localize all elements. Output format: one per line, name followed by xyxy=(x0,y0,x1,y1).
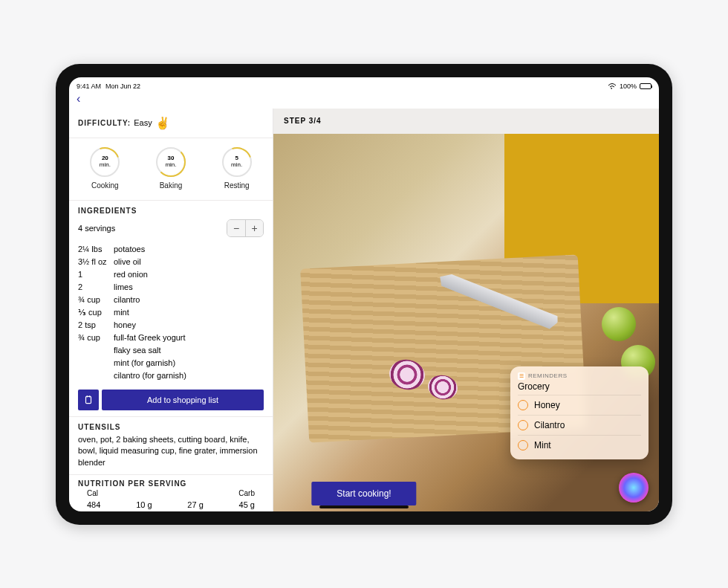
ingredient-row: 2¼ lbspotatoes xyxy=(78,243,264,256)
ingredient-qty xyxy=(78,369,114,382)
ingredient-name: limes xyxy=(114,281,133,294)
nutrition-v1: 10 g xyxy=(136,500,152,509)
step-photo: ☰ REMINDERS Grocery HoneyCilantroMint xyxy=(273,134,659,511)
ingredient-name: mint xyxy=(114,306,129,319)
timer-label: Baking xyxy=(141,181,201,190)
ingredient-row: ⅓ cupmint xyxy=(78,306,264,319)
ingredient-row: flaky sea salt xyxy=(78,344,264,357)
status-bar: 9:41 AM Mon Jun 22 100% xyxy=(69,77,659,92)
ingredient-row: mint (for garnish) xyxy=(78,357,264,369)
ingredients-title: INGREDIENTS xyxy=(78,207,264,215)
servings-plus-button[interactable]: + xyxy=(245,220,263,236)
ingredient-name: mint (for garnish) xyxy=(114,357,175,369)
ingredient-qty: 2¼ lbs xyxy=(78,243,114,256)
svg-rect-0 xyxy=(86,396,91,403)
timer-unit: min. xyxy=(231,161,242,168)
ingredient-name: cilantro (for garnish) xyxy=(114,369,186,382)
back-button[interactable]: ‹ xyxy=(77,92,80,105)
siri-button[interactable] xyxy=(619,473,649,503)
ingredient-qty: ⅓ cup xyxy=(78,306,114,319)
reminder-circle-icon[interactable] xyxy=(518,400,528,410)
ingredient-name: red onion xyxy=(114,268,148,281)
shopping-list-icon[interactable] xyxy=(78,390,99,410)
recipe-sidebar: DIFFICULTY: Easy ✌️ 20min. Cooking 30min… xyxy=(69,109,273,511)
timer-unit: min. xyxy=(100,161,111,168)
ingredient-qty: ¾ cup xyxy=(78,294,114,306)
utensils-title: UTENSILS xyxy=(78,423,264,431)
timer-label: Resting xyxy=(207,181,267,190)
ingredient-row: 2limes xyxy=(78,281,264,294)
nutrition-section: NUTRITION PER SERVING Cal Carb 484 10 g … xyxy=(69,475,273,511)
timer-label: Cooking xyxy=(75,181,134,190)
difficulty-value: Easy xyxy=(134,118,152,127)
reminder-item[interactable]: Cilantro xyxy=(518,415,641,435)
utensils-text: oven, pot, 2 baking sheets, cutting boar… xyxy=(78,431,264,468)
status-time: 9:41 AM xyxy=(77,83,101,90)
utensils-section: UTENSILS oven, pot, 2 baking sheets, cut… xyxy=(69,417,273,475)
nav-bar: ‹ xyxy=(69,92,659,109)
reminders-widget[interactable]: ☰ REMINDERS Grocery HoneyCilantroMint xyxy=(510,366,649,459)
step-label: STEP 3/4 xyxy=(284,117,322,125)
reminder-item[interactable]: Mint xyxy=(518,435,641,455)
timer-resting: 5min. Resting xyxy=(207,147,267,190)
reminder-text: Honey xyxy=(534,400,560,410)
ingredient-qty: ¾ cup xyxy=(78,332,114,344)
add-to-shopping-list-button[interactable]: Add to shopping list xyxy=(102,390,264,410)
timer-baking: 30min. Baking xyxy=(141,147,201,190)
ingredient-qty: 2 xyxy=(78,281,114,294)
ingredient-name: full-fat Greek yogurt xyxy=(114,332,186,344)
nutrition-col-carb: Carb xyxy=(238,489,255,497)
servings-minus-button[interactable]: − xyxy=(227,220,245,236)
screen: 9:41 AM Mon Jun 22 100% ‹ DIFFICULTY: Ea… xyxy=(69,77,659,511)
home-indicator[interactable] xyxy=(319,505,409,508)
ingredient-name: flaky sea salt xyxy=(114,344,161,357)
ingredient-qty xyxy=(78,357,114,369)
ingredient-qty xyxy=(78,344,114,357)
ingredient-name: olive oil xyxy=(114,256,141,268)
reminder-text: Cilantro xyxy=(534,420,565,430)
reminder-text: Mint xyxy=(534,440,551,450)
reminder-item[interactable]: Honey xyxy=(518,395,641,415)
timers-row: 20min. Cooking 30min. Baking 5min. Resti… xyxy=(69,138,273,201)
step-indicator: STEP 3/4 xyxy=(273,109,659,134)
ingredient-name: potatoes xyxy=(114,243,145,256)
wifi-icon xyxy=(608,83,617,89)
servings-label: 4 servings xyxy=(78,224,115,233)
battery-percent: 100% xyxy=(620,83,637,90)
ingredient-row: ¾ cupfull-fat Greek yogurt xyxy=(78,332,264,344)
nutrition-title: NUTRITION PER SERVING xyxy=(78,479,264,488)
start-cooking-button[interactable]: Start cooking! xyxy=(311,482,416,505)
reminders-app-icon: ☰ xyxy=(518,372,525,380)
status-date: Mon Jun 22 xyxy=(105,83,140,90)
ingredient-qty: 3½ fl oz xyxy=(78,256,114,268)
ingredient-qty: 1 xyxy=(78,268,114,281)
reminder-circle-icon[interactable] xyxy=(518,420,528,430)
timer-unit: min. xyxy=(165,161,176,168)
nutrition-cal: 484 xyxy=(87,500,100,509)
timer-cooking: 20min. Cooking xyxy=(75,147,134,190)
servings-stepper: − + xyxy=(227,219,264,237)
ipad-device-frame: 9:41 AM Mon Jun 22 100% ‹ DIFFICULTY: Ea… xyxy=(56,64,672,525)
ingredient-row: 2 tsphoney xyxy=(78,319,264,332)
ingredient-row: 3½ fl ozolive oil xyxy=(78,256,264,268)
battery-icon xyxy=(640,83,651,89)
ingredient-qty: 2 tsp xyxy=(78,319,114,332)
nutrition-v2: 27 g xyxy=(187,500,203,509)
ingredient-name: cilantro xyxy=(114,294,140,306)
ingredient-row: ¾ cupcilantro xyxy=(78,294,264,306)
ingredient-row: cilantro (for garnish) xyxy=(78,369,264,382)
ingredient-name: honey xyxy=(114,319,136,332)
nutrition-carb: 45 g xyxy=(239,500,255,509)
peace-emoji-icon: ✌️ xyxy=(155,116,170,130)
difficulty-row: DIFFICULTY: Easy ✌️ xyxy=(69,109,273,138)
ingredients-section: INGREDIENTS 4 servings − + 2¼ lbspotatoe… xyxy=(69,201,273,418)
reminders-list-title: Grocery xyxy=(518,381,641,392)
nutrition-col-cal: Cal xyxy=(87,489,98,497)
reminder-circle-icon[interactable] xyxy=(518,440,528,450)
ingredient-row: 1red onion xyxy=(78,268,264,281)
timer-val: 20 xyxy=(102,155,108,161)
step-panel: STEP 3/4 ☰ REMINDERS Grocery xyxy=(273,109,659,511)
reminders-app-label: REMINDERS xyxy=(528,372,568,379)
ingredients-list: 2¼ lbspotatoes3½ fl ozolive oil1red onio… xyxy=(78,243,264,383)
timer-val: 30 xyxy=(168,155,175,161)
